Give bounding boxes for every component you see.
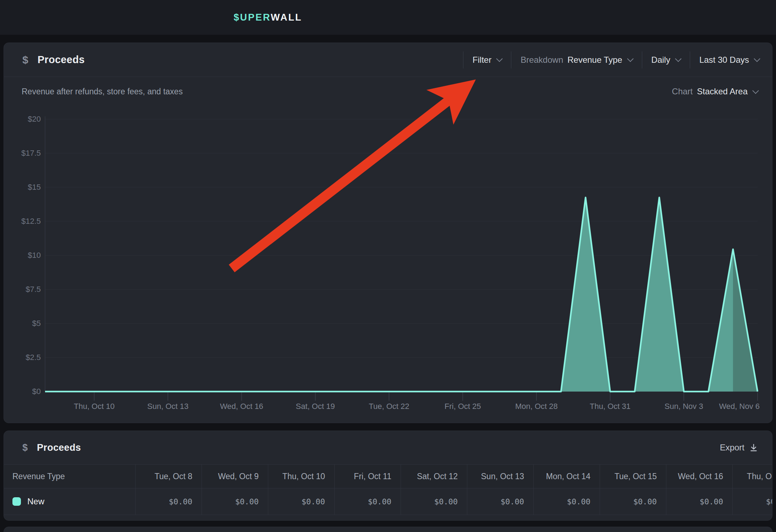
- column-header: Thu, Oct 17: [732, 465, 772, 488]
- row-label-cell: New: [4, 488, 135, 515]
- x-axis-label: Thu, Oct 10: [62, 402, 126, 411]
- x-axis-label: Wed, Nov 6: [696, 402, 760, 411]
- incomplete-period-shade: [733, 249, 758, 392]
- column-header: Wed, Oct 16: [666, 465, 732, 488]
- x-axis-ticks: [94, 392, 758, 401]
- export-button[interactable]: Export: [720, 443, 758, 453]
- column-header: Sat, Oct 12: [401, 465, 467, 488]
- y-axis-label: $20: [4, 115, 41, 124]
- next-panel-edge: [4, 527, 772, 532]
- chart-area-series: [45, 198, 758, 392]
- download-icon: [749, 443, 758, 452]
- chart-type-control[interactable]: Chart Stacked Area: [672, 87, 758, 96]
- chart-type-value: Stacked Area: [697, 87, 748, 96]
- y-axis-label: $0: [4, 387, 41, 396]
- series-name: New: [27, 497, 44, 506]
- chart-gridlines: [45, 119, 758, 392]
- filter-label: Filter: [473, 55, 491, 65]
- x-axis-label: Fri, Oct 25: [431, 402, 495, 411]
- column-header: Fri, Oct 11: [334, 465, 401, 488]
- chevron-down-icon: [496, 55, 502, 62]
- y-axis-label: $5: [4, 319, 41, 328]
- page-title: Proceeds: [38, 54, 85, 66]
- breakdown-control[interactable]: Breakdown Revenue Type: [521, 55, 632, 65]
- page: $UPERWALL $ Proceeds Filter Breakdown Re…: [0, 0, 776, 532]
- table-row: New$0.00$0.00$0.00$0.00$0.00$0.00$0.00$0…: [4, 488, 772, 515]
- column-header: Sun, Oct 13: [467, 465, 533, 488]
- dollar-icon: $: [22, 442, 28, 453]
- date-range-control[interactable]: Last 30 Days: [699, 55, 759, 65]
- proceeds-chart-panel: $ Proceeds Filter Breakdown Revenue Type…: [4, 43, 772, 423]
- interval-control[interactable]: Daily: [651, 55, 681, 65]
- chevron-down-icon: [627, 55, 633, 62]
- table-cell-value: $0.00: [467, 488, 533, 515]
- interval-value: Daily: [651, 55, 670, 65]
- table-cell-value: $0.00: [202, 488, 268, 515]
- chevron-down-icon: [754, 55, 760, 62]
- logo-accent: $UPER: [233, 12, 271, 23]
- filter-control[interactable]: Filter: [473, 55, 502, 65]
- column-header: Revenue Type: [4, 465, 135, 488]
- column-header: Mon, Oct 14: [533, 465, 600, 488]
- column-header: Wed, Oct 9: [202, 465, 268, 488]
- column-header: Thu, Oct 10: [268, 465, 334, 488]
- table-cell-value: $0.00: [401, 488, 467, 515]
- y-axis-label: $15: [4, 183, 41, 192]
- breakdown-value: Revenue Type: [567, 55, 622, 65]
- export-label: Export: [720, 443, 744, 453]
- x-axis-label: Sun, Nov 3: [652, 402, 716, 411]
- dollar-icon: $: [22, 54, 28, 66]
- table-cell-value: $0.00: [533, 488, 600, 515]
- table-title: Proceeds: [37, 442, 81, 453]
- table-cell-value: $0.00: [732, 488, 772, 515]
- x-axis-label: Sat, Oct 19: [284, 402, 347, 411]
- divider: [690, 51, 690, 68]
- topbar: $UPERWALL: [0, 0, 776, 35]
- chart-subtitle: Revenue after refunds, store fees, and t…: [22, 87, 183, 96]
- chart-subheader: Revenue after refunds, store fees, and t…: [4, 77, 772, 106]
- y-axis-label: $17.5: [4, 149, 41, 158]
- x-axis-label: Wed, Oct 16: [210, 402, 274, 411]
- proceeds-table: Revenue TypeTue, Oct 8Wed, Oct 9Thu, Oct…: [4, 464, 772, 515]
- column-header: Tue, Oct 15: [600, 465, 666, 488]
- divider: [642, 51, 642, 68]
- chevron-down-icon: [675, 55, 681, 62]
- y-axis-label: $12.5: [4, 217, 41, 226]
- table-cell-value: $0.00: [135, 488, 202, 515]
- table-cell-value: $0.00: [600, 488, 666, 515]
- breakdown-label: Breakdown: [521, 55, 563, 65]
- table-cell-value: $0.00: [268, 488, 334, 515]
- chart-type-label: Chart: [672, 87, 693, 96]
- y-axis-label: $10: [4, 251, 41, 260]
- table-header-row: Revenue TypeTue, Oct 8Wed, Oct 9Thu, Oct…: [4, 464, 772, 488]
- proceeds-table-panel: $ Proceeds Export Revenue TypeTue, Oct 8…: [4, 431, 772, 521]
- table-panel-header: $ Proceeds Export: [4, 431, 772, 464]
- y-axis-label: $2.5: [4, 353, 41, 362]
- x-axis-label: Sun, Oct 13: [136, 402, 200, 411]
- table-cell-value: $0.00: [666, 488, 732, 515]
- divider: [511, 51, 511, 68]
- x-axis-label: Tue, Oct 22: [357, 402, 421, 411]
- chart-controls: Filter Breakdown Revenue Type Daily Last…: [454, 43, 759, 77]
- table-cell-value: $0.00: [334, 488, 401, 515]
- chevron-down-icon: [752, 87, 759, 94]
- x-axis-label: Mon, Oct 28: [505, 402, 568, 411]
- x-axis-label: Thu, Oct 31: [578, 402, 642, 411]
- date-range-value: Last 30 Days: [699, 55, 749, 65]
- y-axis-label: $7.5: [4, 285, 41, 294]
- column-header: Tue, Oct 8: [135, 465, 202, 488]
- series-legend: New: [12, 497, 44, 506]
- divider: [463, 51, 463, 68]
- logo-rest: WALL: [271, 12, 302, 23]
- chart-panel-header: $ Proceeds Filter Breakdown Revenue Type…: [4, 43, 772, 77]
- logo[interactable]: $UPERWALL: [233, 12, 302, 23]
- series-swatch: [12, 497, 21, 506]
